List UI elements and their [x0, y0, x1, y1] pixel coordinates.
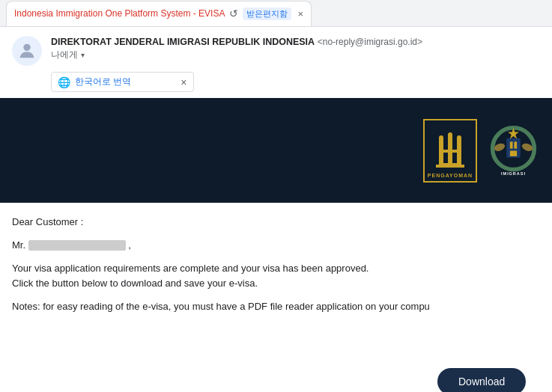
email-wrapper: DIREKTORAT JENDERAL IMIGRASI REPUBLIK IN… — [0, 27, 552, 367]
chevron-down-icon[interactable]: ▾ — [81, 51, 85, 59]
download-area: Download — [428, 362, 552, 392]
sender-to: 나에게 ▾ — [51, 49, 540, 61]
redacted-name — [28, 240, 126, 251]
svg-rect-15 — [509, 150, 516, 156]
email-header: DIREKTORAT JENDERAL IMIGRASI REPUBLIK IN… — [0, 27, 552, 72]
svg-rect-3 — [452, 153, 457, 163]
sender-name: DIREKTORAT JENDERAL IMIGRASI REPUBLIK IN… — [51, 37, 315, 47]
email-content: Dear Customer : Mr. , Your visa applicat… — [0, 203, 552, 367]
svg-rect-10 — [436, 165, 464, 168]
svg-rect-14 — [514, 141, 517, 148]
salutation-prefix: Mr. — [12, 239, 25, 251]
svg-point-0 — [23, 44, 30, 51]
translate-text[interactable]: 한국어로 번역 — [75, 76, 131, 88]
notes-paragraph: Notes: for easy reading of the e-visa, y… — [12, 299, 540, 315]
translation-bar: 🌐 한국어로 번역 × — [51, 72, 194, 92]
svg-text:IMIGRASI: IMIGRASI — [501, 171, 526, 176]
sender-name-line: DIREKTORAT JENDERAL IMIGRASI REPUBLIK IN… — [51, 36, 540, 47]
salutation-line: Mr. , — [12, 238, 540, 254]
translation-close-icon[interactable]: × — [181, 76, 186, 88]
svg-rect-2 — [443, 153, 448, 163]
sender-info: DIREKTORAT JENDERAL IMIGRASI REPUBLIK IN… — [51, 36, 540, 61]
tab-close-icon[interactable]: × — [297, 8, 303, 19]
greeting-text: Dear Customer : — [12, 215, 540, 230]
pengayoman-label: PENGAYOMAN — [428, 173, 473, 178]
active-tab[interactable]: Indonesia Immigration One Platform Syste… — [6, 1, 312, 26]
reload-icon[interactable]: ↺ — [229, 7, 238, 19]
translate-icon: 🌐 — [58, 76, 70, 88]
svg-rect-1 — [439, 150, 461, 166]
pengayoman-logo: PENGAYOMAN — [423, 119, 477, 183]
avatar — [12, 36, 42, 66]
tab-title: Indonesia Immigration One Platform Syste… — [14, 8, 225, 19]
salutation-suffix: , — [128, 239, 131, 251]
svg-point-7 — [439, 135, 443, 140]
approval-paragraph: Your visa application requirements are c… — [12, 261, 540, 293]
imigrasi-logo: IMIGRASI — [486, 119, 540, 183]
approval-line1: Your visa application requirements are c… — [12, 263, 368, 274]
download-button[interactable]: Download — [437, 368, 526, 392]
tab-bar: Indonesia Immigration One Platform Syste… — [0, 0, 552, 27]
svg-rect-13 — [509, 141, 512, 148]
sender-email: <no-reply@imigrasi.go.id> — [318, 37, 422, 47]
svg-point-8 — [448, 132, 452, 137]
approval-line2: Click the button below to download and s… — [12, 278, 258, 289]
to-label: 나에게 — [51, 49, 78, 61]
svg-point-9 — [457, 135, 461, 140]
email-banner: PENGAYOMAN IMIGRASI — [0, 98, 552, 203]
svg-rect-5 — [448, 135, 452, 151]
tab-badge: 받은편지함 — [243, 7, 291, 20]
